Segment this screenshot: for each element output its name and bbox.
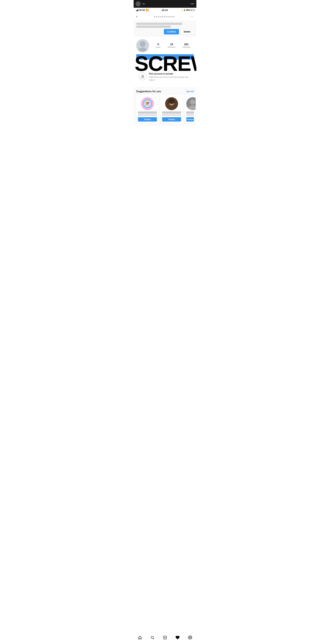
svg-rect-10 (146, 104, 148, 105)
svg-point-16 (170, 103, 171, 104)
status-right: 🌙 ★ 40% (180, 9, 194, 11)
back-button[interactable]: ‹ (136, 14, 138, 19)
suggestion-sub-2 (162, 114, 181, 116)
posts-label: posts (156, 46, 161, 48)
following-count: 261 (184, 43, 189, 46)
private-subtitle: Follow this account to see their photos … (149, 76, 191, 82)
private-title: This account is private (149, 72, 191, 75)
suggestion-card-2: Follow (160, 95, 183, 123)
stats-container: 0 posts 19 followers 261 following (152, 43, 194, 48)
notification-text: 3m (142, 3, 189, 5)
suggestion-follow-btn-2[interactable]: Follow (162, 117, 181, 122)
svg-point-19 (190, 100, 195, 105)
posts-stat: 0 posts (156, 43, 161, 48)
private-account-section: This account is private Follow this acco… (136, 63, 194, 85)
suggestion-name-2 (162, 112, 181, 114)
moon-icon: 🌙 (180, 9, 183, 11)
top-nav: ‹ ■■■■■■■■■■■ ··· (134, 12, 196, 21)
private-text-block: This account is private Follow this acco… (149, 72, 191, 82)
suggestion-sub-3 (186, 114, 194, 116)
followers-stat[interactable]: 19 followers (168, 43, 175, 48)
svg-point-3 (142, 77, 143, 77)
follow-request-actions: Confirm Delete (136, 29, 194, 34)
svg-rect-8 (146, 102, 148, 104)
delete-button[interactable]: Delete (180, 29, 194, 34)
suggestion-follow-btn-3[interactable]: Follow (186, 117, 194, 122)
status-time: 15:14 (162, 9, 168, 12)
notification-bar: 3m ••• (134, 0, 196, 8)
suggestions-title: Suggestions for you (136, 90, 161, 93)
requester-info (136, 23, 194, 28)
suggestion-avatar-2 (165, 97, 178, 110)
svg-point-17 (172, 103, 173, 104)
following-stat[interactable]: 261 following (183, 43, 190, 48)
profile-avatar (136, 39, 149, 52)
status-left: O2-UK 📶 (136, 9, 148, 12)
follow-request-bar: Confirm Delete (134, 21, 196, 36)
signal-bars (136, 9, 138, 11)
suggestion-name-3 (186, 112, 194, 114)
svg-rect-9 (148, 102, 149, 104)
battery-fill (191, 10, 192, 11)
svg-point-1 (138, 48, 147, 52)
confirm-button[interactable]: Confirm (164, 29, 179, 34)
profile-header: 0 posts 19 followers 261 following (136, 39, 194, 52)
avatar-container (136, 39, 149, 52)
suggestion-card-1: Follow (136, 95, 159, 123)
svg-rect-11 (148, 104, 149, 105)
see-all-link[interactable]: See All (186, 90, 194, 93)
suggestions-section: Suggestions for you See All (134, 87, 196, 126)
requester-name-line2 (136, 26, 171, 28)
followers-label: followers (168, 46, 175, 48)
suggestion-avatar-svg-1 (141, 97, 154, 110)
follow-button[interactable]: Follow (136, 54, 194, 60)
suggestions-header: Suggestions for you See All (134, 90, 196, 95)
private-section-wrapper: SCREW This account is private Follow thi… (136, 63, 194, 85)
profile-section: 0 posts 19 followers 261 following Follo… (134, 36, 196, 87)
suggestion-name-1 (138, 112, 157, 114)
signal-bar-3 (137, 10, 138, 11)
suggestions-scroll: Follow Follow (134, 95, 196, 123)
suggestion-avatar-3 (186, 97, 196, 110)
suggestion-avatar-svg-3 (186, 97, 196, 110)
posts-count: 0 (158, 43, 159, 46)
suggestion-follow-btn-1[interactable]: Follow (138, 117, 157, 122)
suggestion-avatar-svg-2 (165, 97, 178, 110)
suggestion-avatar-1 (141, 97, 154, 110)
wifi-icon: 📶 (146, 9, 148, 12)
bottom-spacer (134, 126, 196, 139)
requester-name-line1 (136, 23, 182, 25)
svg-point-15 (169, 99, 174, 104)
nav-more-button[interactable]: ··· (190, 15, 194, 18)
battery-pct: 40% (186, 9, 190, 11)
lock-icon (139, 72, 146, 80)
avatar-silhouette-icon (136, 39, 149, 52)
following-label: following (183, 46, 190, 48)
suggestion-card-3: Follow (184, 95, 196, 123)
notification-dots[interactable]: ••• (191, 2, 194, 5)
battery-icon (190, 9, 194, 11)
nav-username: ■■■■■■■■■■■ (154, 15, 175, 18)
status-bar: O2-UK 📶 15:14 🌙 ★ 40% (134, 8, 196, 12)
notification-avatar (136, 1, 141, 6)
signal-bar-2 (136, 10, 137, 11)
bluetooth-icon: ★ (184, 9, 186, 11)
followers-count: 19 (170, 43, 173, 46)
lock-svg (141, 74, 144, 78)
carrier-name: O2-UK (139, 9, 145, 11)
signal-bar-1 (136, 10, 136, 11)
svg-point-0 (140, 41, 146, 47)
signal-bar-4 (138, 9, 138, 11)
suggestion-sub-1 (138, 114, 157, 116)
notification-time: 3m (142, 3, 145, 5)
